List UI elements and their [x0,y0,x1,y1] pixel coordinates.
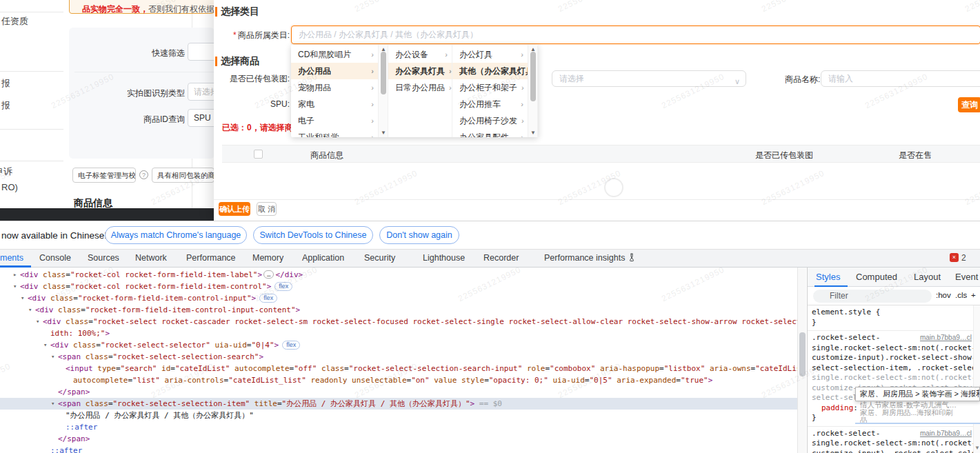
styles-scrollbar[interactable]: ▼ [973,305,980,453]
same-package-button[interactable]: 具有相同包装的商品 [152,168,214,183]
elements-tree-line[interactable]: ▸<div class="rocket-col rocket-form-fiel… [0,269,797,281]
elements-tree-line[interactable]: ▾<div class="rocket-select-selector" uia… [0,339,797,351]
elements-tree-line[interactable]: ▾<span class="rocket-select-selection-se… [0,351,797,363]
cascader-option[interactable]: 办公设备› [388,46,452,63]
tree-collapse-arrow[interactable]: ▾ [21,292,24,304]
collapsed-content-badge[interactable]: … [263,270,274,279]
flex-adorner-badge[interactable]: flex [259,294,277,303]
sidebar-item[interactable]: 任资质 [1,15,28,28]
elements-tree-line[interactable]: ▾<div class="rocket-select rocket-cascad… [0,316,797,328]
elements-tree-line[interactable]: autocomplete="list" aria-controls="cateI… [0,374,797,386]
devtools-tab-memory[interactable]: Memory [252,253,283,263]
cascader-option[interactable]: 办公用推车› [452,96,528,112]
on-sale-select[interactable]: 请选择∨ [552,70,746,87]
cancel-button[interactable]: 取 消 [257,202,277,216]
product-name-input[interactable]: 请输入 [821,70,980,87]
elements-tree-line[interactable]: ▾<div class="rocket-form-field-item-cont… [0,304,797,316]
infobar-button[interactable]: Switch DevTools to Chinese [253,226,373,244]
cascader-scrollbar[interactable]: ▲▼ [379,45,388,137]
elements-tree-line[interactable]: </span> [0,386,797,398]
styles-pane-tab-computed[interactable]: Computed [856,272,897,282]
autocomplete-option[interactable]: 家居、厨房用品...海报和印刷 [860,409,980,416]
styles-pane-tab-styles[interactable]: Styles [816,272,840,282]
styles-pane-tab-layout[interactable]: Layout [914,272,941,282]
devtools-tab-console[interactable]: Console [39,253,71,263]
elements-tree-line[interactable]: ::after [0,421,797,433]
autocomplete-option[interactable]: 品 [860,416,980,423]
css-property-name[interactable]: padding [821,403,853,412]
sidebar-item[interactable]: 报 [1,99,10,112]
devtools-tab-recorder[interactable]: Recorder [483,253,519,263]
tree-collapse-arrow[interactable]: ▾ [36,316,39,328]
infobar-button[interactable]: Always match Chrome's language [105,226,247,244]
tree-collapse-arrow[interactable]: ▾ [43,339,47,351]
devtools-tab-lighthouse[interactable]: Lighthouse [423,253,465,263]
cascader-option[interactable]: 家电› [291,96,378,112]
cascader-option[interactable]: CD和黑胶唱片› [291,46,378,63]
scrollbar-thumb[interactable] [799,332,806,376]
tree-collapse-arrow[interactable]: ▾ [51,351,54,363]
error-count[interactable]: 2 [961,253,966,263]
scroll-down-arrow[interactable]: ▼ [528,130,538,136]
sidebar-item[interactable]: 报 [1,77,10,90]
devtools-tab-performance[interactable]: Performance [186,253,236,263]
tree-collapse-arrow[interactable]: ▾ [13,281,17,292]
styles-filter-input[interactable]: Filter [813,290,932,303]
style-rule[interactable]: element.style {} [808,305,973,331]
elements-tree-line[interactable]: idth: 100%;"> [0,328,797,339]
style-rule[interactable]: main.b7bba9…cl.rocket-select-single.rock… [808,427,973,453]
cascader-option[interactable]: 宠物用品› [291,79,378,96]
cascader-option[interactable]: 其他（办公家具灯具） [452,63,528,79]
cascader-option[interactable]: 工业和科学› [291,129,378,137]
devtools-tab-network[interactable]: Network [135,253,167,263]
tree-collapse-arrow[interactable]: ▾ [28,304,32,316]
tree-expand-arrow[interactable]: ▸ [13,269,17,281]
category-cascader-input[interactable]: 办公用品 / 办公家具灯具 / 其他（办公家具灯具） [291,26,980,44]
cascader-option[interactable]: 电子› [291,112,378,129]
scroll-down-arrow[interactable]: ▼ [379,130,388,136]
flex-adorner-badge[interactable]: flex [274,282,292,291]
infobar-button[interactable]: Don't show again [379,226,459,244]
elements-tree-line[interactable]: <input type="search" id="cateIdList" aut… [0,363,797,374]
devtools-tab-application[interactable]: Application [302,253,344,263]
cascader-option[interactable]: 办公用椅子沙发› [452,112,528,129]
styles-toolbar-hov-button[interactable]: :hov [936,291,951,299]
scroll-down-arrow[interactable]: ▼ [974,445,980,451]
elements-tree-line[interactable]: ▾<div class="rocket-col rocket-form-fiel… [0,281,797,292]
cascader-option[interactable]: 办公灯具› [452,46,528,63]
devtools-tab-sources[interactable]: Sources [88,253,119,263]
sidebar-item[interactable]: 申诉 [0,165,12,178]
elements-tree-line[interactable]: "办公用品 / 办公家具灯具 / 其他（办公家具灯具）" [0,410,797,421]
flex-adorner-badge[interactable]: flex [282,341,300,350]
elements-tree-line[interactable]: </span> [0,433,797,445]
stylesheet-link[interactable]: main.b7bba9…cl [920,429,972,439]
cascader-option[interactable]: 办公柜子和架子› [452,79,528,96]
error-badge-icon[interactable]: × [950,253,959,262]
elements-tree-line[interactable]: ▾<span class="rocket-select-selection-it… [0,398,797,410]
sidebar-item[interactable]: RO) [1,182,18,192]
cascader-option[interactable]: 办公家具灯具› [388,63,452,79]
help-icon[interactable]: ? [139,170,148,179]
devtools-tab-performance-insights[interactable]: Performance insights [544,253,635,263]
elements-tree-line[interactable]: ▾<div class="rocket-form-field-item-cont… [0,292,797,304]
scrollbar-thumb[interactable] [381,52,386,94]
devtools-tab-ments[interactable]: ments [0,253,23,263]
tag-manage-button[interactable]: 电子标签管理与校验 [72,168,136,183]
devtools-tab-security[interactable]: Security [364,253,395,263]
cascader-scrollbar[interactable]: ▲▼ [528,45,538,137]
tree-collapse-arrow[interactable]: ▾ [51,398,54,410]
cascader-option[interactable]: 日常办公用品› [388,79,452,96]
elements-scrollbar[interactable] [797,268,806,453]
cascader-option[interactable]: 办公家具配件› [452,129,528,137]
query-button[interactable]: 查询 [958,97,980,112]
scrollbar-thumb[interactable] [530,52,536,101]
stylesheet-link[interactable]: main.b7bba9…cl [920,333,972,343]
styles-toolbar--button[interactable]: + [971,291,976,299]
cascader-option[interactable]: 办公用品› [291,63,378,79]
autocomplete-option[interactable]: 情人节家居服-数字动儿洲气… [860,401,980,409]
select-all-checkbox[interactable] [254,150,263,159]
confirm-upload-button[interactable]: 确认上传 [219,202,250,216]
elements-tree-line[interactable]: ::after [0,445,797,453]
styles-toolbar-cls-button[interactable]: .cls [955,291,967,299]
styles-pane-tab-event-li[interactable]: Event Li [955,272,980,282]
